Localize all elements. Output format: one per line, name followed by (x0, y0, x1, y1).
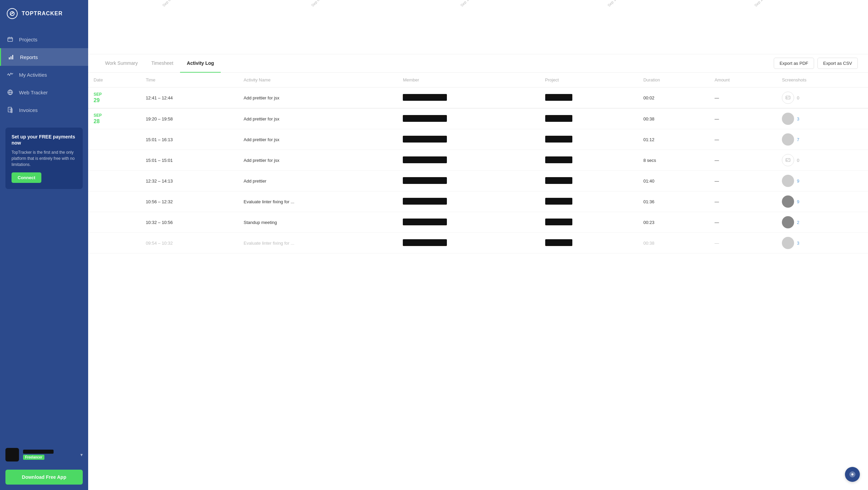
screenshot-count: 3 (797, 241, 799, 246)
table-row[interactable]: 09:54 – 10:32Evaluate linter fixing for … (88, 233, 868, 253)
cell-activity: Add prettier (238, 171, 398, 191)
cell-activity: Evaluate linter fixing for ... (238, 191, 398, 212)
tab-work-summary[interactable]: Work Summary (98, 54, 144, 73)
svg-rect-9 (12, 55, 13, 59)
table-row[interactable]: 12:32 – 14:13Add prettier01:40— 9 (88, 171, 868, 191)
table-row[interactable]: Sep2912:41 – 12:44Add prettier for jsx00… (88, 88, 868, 109)
chart-area: Sep 01, 2018 - Sep 01 Sep 03, 2018 - Sep… (88, 0, 868, 54)
table-body: Sep2912:41 – 12:44Add prettier for jsx00… (88, 88, 868, 253)
cell-time: 15:01 – 16:13 (140, 129, 238, 150)
screenshot-thumb[interactable] (782, 237, 794, 249)
project-redacted (545, 94, 572, 101)
connect-button[interactable]: Connect (12, 172, 41, 183)
cell-duration: 00:38 (638, 233, 709, 253)
cell-duration: 00:38 (638, 108, 709, 129)
chart-labels: Sep 01, 2018 - Sep 01 Sep 03, 2018 - Sep… (88, 3, 868, 7)
download-free-app-button[interactable]: Download Free App (5, 470, 83, 485)
member-redacted (403, 177, 447, 184)
screenshot-thumb[interactable] (782, 154, 794, 166)
svg-rect-7 (9, 57, 10, 59)
cell-date: Sep28 (88, 108, 140, 129)
cell-project (540, 233, 638, 253)
member-redacted (403, 239, 447, 246)
member-redacted (403, 219, 447, 225)
cell-project (540, 212, 638, 233)
sidebar-item-projects[interactable]: Projects (0, 31, 88, 48)
screenshot-thumb[interactable] (782, 195, 794, 208)
table-row[interactable]: Sep2819:20 – 19:58Add prettier for jsx00… (88, 108, 868, 129)
sidebar-item-invoices[interactable]: Invoices (0, 101, 88, 119)
cell-amount: — (709, 233, 776, 253)
tabs-row: Work Summary Timesheet Activity Log Expo… (88, 54, 868, 73)
screenshot-thumb[interactable] (782, 175, 794, 187)
sidebar-item-reports[interactable]: Reports (0, 48, 88, 66)
export-csv-button[interactable]: Export as CSV (817, 58, 858, 69)
user-badge: Freelancer (23, 455, 44, 460)
cell-amount: — (709, 150, 776, 171)
sidebar-item-web-tracker[interactable]: Web Tracker (0, 83, 88, 101)
svg-line-23 (787, 160, 788, 161)
table-row[interactable]: 10:32 – 10:56Standup meeting00:23— 2 (88, 212, 868, 233)
screenshot-count: 2 (797, 220, 799, 225)
svg-line-24 (788, 159, 789, 161)
project-redacted (545, 177, 572, 184)
cell-time: 15:01 – 15:01 (140, 150, 238, 171)
project-redacted (545, 115, 572, 122)
cell-project (540, 171, 638, 191)
tab-activity-log[interactable]: Activity Log (180, 54, 221, 73)
table-row[interactable]: 15:01 – 15:01Add prettier for jsx8 secs—… (88, 150, 868, 171)
chat-bubble-button[interactable] (845, 467, 860, 482)
screenshot-count: 7 (797, 137, 799, 142)
project-redacted (545, 136, 572, 143)
cell-date (88, 212, 140, 233)
cell-project (540, 88, 638, 109)
member-redacted (403, 115, 447, 122)
cell-amount: — (709, 191, 776, 212)
tab-timesheet[interactable]: Timesheet (144, 54, 180, 73)
cell-screenshots: 9 (776, 191, 868, 212)
table-row[interactable]: 10:56 – 12:32Evaluate linter fixing for … (88, 191, 868, 212)
chart-label-5: Sep 24, 2018 - Sep 3 (754, 0, 782, 7)
export-pdf-button[interactable]: Export as PDF (774, 58, 814, 69)
screenshot-thumb[interactable] (782, 92, 794, 104)
cell-date (88, 129, 140, 150)
cell-date (88, 191, 140, 212)
cell-activity: Add prettier for jsx (238, 150, 398, 171)
screenshot-thumb[interactable] (782, 216, 794, 228)
cell-screenshots: 0 (776, 88, 868, 109)
screenshot-thumb[interactable] (782, 133, 794, 146)
col-date: Date (88, 73, 140, 88)
member-redacted (403, 136, 447, 143)
project-redacted (545, 239, 572, 246)
project-redacted (545, 198, 572, 205)
chart-label-2: Sep 03, 2018 - Sep 01 (311, 0, 340, 7)
screenshot-count: 3 (797, 116, 799, 121)
sidebar-item-my-activities[interactable]: My Activities (0, 66, 88, 83)
user-area[interactable]: Freelancer ▾ (0, 443, 88, 466)
member-redacted (403, 198, 447, 205)
cell-date (88, 233, 140, 253)
svg-rect-8 (11, 56, 12, 59)
table-header: Date Time Activity Name Member Project D… (88, 73, 868, 88)
chart-label-4: Sep 17, 2018 - Sep 2 (607, 0, 634, 7)
cell-screenshots: 0 (776, 150, 868, 171)
cell-date: Sep29 (88, 88, 140, 109)
cell-duration: 8 secs (638, 150, 709, 171)
promo-title: Set up your FREE payments now (12, 134, 77, 146)
screenshot-thumb[interactable] (782, 113, 794, 125)
table-row[interactable]: 15:01 – 16:13Add prettier for jsx01:12— … (88, 129, 868, 150)
project-redacted (545, 219, 572, 225)
cell-activity: Add prettier for jsx (238, 88, 398, 109)
cell-amount: — (709, 212, 776, 233)
screenshot-count: 0 (797, 158, 799, 163)
sidebar-nav: Projects Reports My Activities (0, 27, 88, 122)
cell-member (397, 150, 539, 171)
cell-activity: Evaluate linter fixing for ... (238, 233, 398, 253)
cell-duration: 01:36 (638, 191, 709, 212)
cell-time: 12:32 – 14:13 (140, 171, 238, 191)
cell-duration: 00:02 (638, 88, 709, 109)
cell-member (397, 212, 539, 233)
cell-member (397, 171, 539, 191)
table-container[interactable]: Date Time Activity Name Member Project D… (88, 73, 868, 490)
invoices-label: Invoices (19, 107, 38, 113)
